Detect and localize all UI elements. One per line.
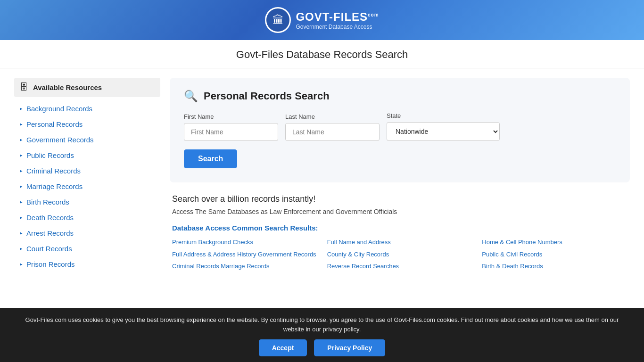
chevron-right-icon: ▸	[20, 199, 23, 205]
chevron-right-icon: ▸	[20, 121, 23, 127]
db-link-full-name[interactable]: Full Name and Address	[327, 238, 473, 247]
sidebar-item-background-records[interactable]: ▸ Background Records	[14, 101, 160, 116]
page-title-bar: Govt-Files Database Records Search	[0, 40, 644, 68]
accept-button[interactable]: Accept	[259, 339, 307, 356]
db-links-grid: Premium Background Checks Full Name and …	[172, 238, 627, 271]
info-section: Search over a billion records instantly!…	[170, 194, 630, 271]
state-label: State	[387, 112, 500, 119]
sidebar-item-government-records[interactable]: ▸ Government Records	[14, 132, 160, 148]
info-subtext: Access The Same Databases as Law Enforce…	[172, 208, 627, 215]
search-fields: First Name Last Name State NationwideAla…	[184, 112, 616, 141]
sidebar-item-birth-records[interactable]: ▸ Birth Records	[14, 194, 160, 210]
db-link-address-history[interactable]: Full Address & Address History Governmen…	[172, 250, 318, 259]
chevron-right-icon: ▸	[20, 261, 23, 267]
logo-title: GOVT-FILEScom	[296, 10, 379, 24]
database-icon: 🗄	[20, 82, 28, 92]
last-name-input[interactable]	[285, 123, 380, 141]
db-link-county-city[interactable]: County & City Records	[327, 250, 473, 259]
chevron-right-icon: ▸	[20, 214, 23, 221]
info-headline: Search over a billion records instantly!	[172, 194, 627, 204]
first-name-label: First Name	[184, 113, 278, 120]
site-header: 🏛 GOVT-FILEScom Government Database Acce…	[0, 0, 644, 40]
sidebar-item-personal-records[interactable]: ▸ Personal Records	[14, 116, 160, 132]
chevron-right-icon: ▸	[20, 106, 23, 112]
db-access-title: Database Access Common Search Results:	[172, 224, 627, 232]
db-link-premium-background[interactable]: Premium Background Checks	[172, 238, 318, 247]
db-link-birth-death[interactable]: Birth & Death Records	[482, 262, 627, 271]
state-group: State NationwideAlabamaAlaskaArizonaArka…	[387, 112, 500, 141]
chevron-right-icon: ▸	[20, 168, 23, 174]
last-name-label: Last Name	[285, 113, 380, 120]
sidebar-item-court-records[interactable]: ▸ Court Records	[14, 241, 160, 256]
cookie-text: Govt-Files.com uses cookies to give you …	[19, 315, 625, 334]
first-name-group: First Name	[184, 113, 278, 141]
chevron-right-icon: ▸	[20, 152, 23, 158]
sidebar-header-label: Available Resources	[33, 83, 102, 91]
db-link-reverse-search[interactable]: Reverse Record Searches	[327, 262, 473, 271]
chevron-right-icon: ▸	[20, 137, 23, 143]
sidebar-item-marriage-records[interactable]: ▸ Marriage Records	[14, 179, 160, 194]
main-layout: 🗄 Available Resources ▸ Background Recor…	[0, 68, 644, 281]
sidebar: 🗄 Available Resources ▸ Background Recor…	[14, 78, 160, 272]
last-name-group: Last Name	[285, 113, 380, 141]
first-name-input[interactable]	[184, 123, 278, 141]
sidebar-header: 🗄 Available Resources	[14, 78, 160, 97]
content-area: 🔍 Personal Records Search First Name Las…	[170, 78, 630, 272]
search-icon: 🔍	[184, 90, 198, 103]
logo: 🏛 GOVT-FILEScom Government Database Acce…	[265, 7, 379, 33]
chevron-right-icon: ▸	[20, 183, 23, 189]
search-button[interactable]: Search	[184, 149, 237, 168]
privacy-policy-button[interactable]: Privacy Policy	[314, 339, 385, 356]
state-select[interactable]: NationwideAlabamaAlaskaArizonaArkansasCa…	[387, 122, 500, 141]
sidebar-item-arrest-records[interactable]: ▸ Arrest Records	[14, 225, 160, 241]
sidebar-item-public-records[interactable]: ▸ Public Records	[14, 148, 160, 163]
logo-text: GOVT-FILEScom Government Database Access	[296, 10, 379, 30]
db-link-criminal-marriage[interactable]: Criminal Records Marriage Records	[172, 262, 318, 271]
sidebar-item-criminal-records[interactable]: ▸ Criminal Records	[14, 163, 160, 179]
search-box-title: 🔍 Personal Records Search	[184, 90, 616, 103]
cookie-buttons: Accept Privacy Policy	[19, 339, 625, 356]
db-link-civil-records[interactable]: Public & Civil Records	[482, 250, 627, 259]
logo-subtitle: Government Database Access	[296, 24, 379, 30]
sidebar-item-death-records[interactable]: ▸ Death Records	[14, 210, 160, 225]
page-title: Govt-Files Database Records Search	[0, 49, 644, 61]
cookie-bar: Govt-Files.com uses cookies to give you …	[0, 308, 644, 362]
search-box: 🔍 Personal Records Search First Name Las…	[170, 78, 630, 182]
chevron-right-icon: ▸	[20, 230, 23, 236]
logo-icon: 🏛	[265, 7, 291, 33]
sidebar-item-prison-records[interactable]: ▸ Prison Records	[14, 256, 160, 272]
db-link-phone-numbers[interactable]: Home & Cell Phone Numbers	[482, 238, 627, 247]
chevron-right-icon: ▸	[20, 246, 23, 252]
